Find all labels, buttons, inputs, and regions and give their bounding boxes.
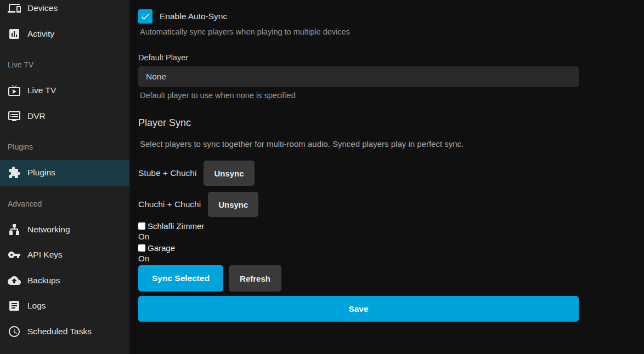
default-player-help: Default player to use when none is speci… <box>140 91 579 100</box>
enable-auto-sync-row: Enable Auto-Sync <box>138 9 579 24</box>
sidebar-item-plugins[interactable]: Plugins <box>0 160 129 186</box>
sidebar-item-label: Plugins <box>27 168 55 178</box>
settings-page: Enable Auto-Sync Automatically sync play… <box>129 0 644 354</box>
player-list: Schlafli ZimmerOnGarageOn <box>138 220 579 264</box>
sidebar-item-label: Logs <box>27 301 46 311</box>
sidebar-item-activity[interactable]: Activity <box>0 21 129 47</box>
player-label-row: Schlafli Zimmer <box>138 220 579 231</box>
save-button[interactable]: Save <box>138 296 579 322</box>
sync-selected-button[interactable]: Sync Selected <box>138 265 223 292</box>
networking-icon <box>8 223 21 236</box>
sidebar-item-label: DVR <box>27 111 46 121</box>
default-player-value: None <box>146 72 166 82</box>
key-icon <box>8 248 21 261</box>
unsync-button[interactable]: Unsync <box>208 192 258 217</box>
sync-group-name: Chuchi + Chuchi <box>138 199 201 209</box>
save-button-label: Save <box>348 304 368 314</box>
auto-sync-description: Automatically sync players when playing … <box>140 27 579 36</box>
activity-icon <box>8 27 21 41</box>
checkmark-icon <box>140 11 151 22</box>
sidebar-section-header-plugins: Plugins <box>0 129 129 160</box>
clock-icon <box>8 325 21 338</box>
player-row: Schlafli ZimmerOn <box>138 220 579 242</box>
player-status: On <box>138 253 579 264</box>
player-checkbox[interactable] <box>138 244 145 252</box>
sidebar-item-label: API Keys <box>27 250 63 260</box>
player-checkbox[interactable] <box>138 222 145 230</box>
player-name: Garage <box>148 243 175 253</box>
devices-icon <box>8 2 21 15</box>
sidebar-item-live-tv[interactable]: Live TV <box>0 78 129 104</box>
refresh-button[interactable]: Refresh <box>229 265 281 292</box>
player-sync-description: Select players to sync together for mult… <box>140 140 579 149</box>
enable-auto-sync-label: Enable Auto-Sync <box>160 12 227 21</box>
sidebar-section-header-live-tv: Live TV <box>0 47 129 78</box>
sidebar-item-backups[interactable]: Backups <box>0 268 129 294</box>
player-label-row: Garage <box>138 242 579 253</box>
sync-group-row: Stube + ChuchiUnsync <box>138 161 579 186</box>
sidebar-item-devices[interactable]: Devices <box>0 0 129 21</box>
synced-groups-list: Stube + ChuchiUnsyncChuchi + ChuchiUnsyn… <box>138 161 579 217</box>
sidebar-item-api-keys[interactable]: API Keys <box>0 242 129 268</box>
plugins-icon <box>8 166 21 179</box>
logs-icon <box>8 299 21 312</box>
unsync-button[interactable]: Unsync <box>204 161 254 186</box>
default-player-label: Default Player <box>138 53 579 62</box>
player-status: On <box>138 231 579 242</box>
sidebar-item-label: Networking <box>27 225 70 235</box>
enable-auto-sync-checkbox[interactable] <box>138 9 152 24</box>
player-sync-title: Player Sync <box>138 117 579 129</box>
sync-actions-row: Sync Selected Refresh <box>138 265 579 292</box>
sidebar-item-networking[interactable]: Networking <box>0 217 129 243</box>
backup-icon <box>8 274 21 287</box>
sidebar-item-dvr[interactable]: DVR <box>0 104 129 129</box>
sidebar-item-label: Scheduled Tasks <box>27 327 92 336</box>
sidebar-item-label: Live TV <box>27 85 56 95</box>
sidebar: DevicesActivityLive TVLive TVDVRPluginsP… <box>0 0 129 354</box>
sidebar-section-header-advanced: Advanced <box>0 186 129 217</box>
sidebar-item-label: Devices <box>27 3 58 13</box>
sidebar-item-logs[interactable]: Logs <box>0 293 129 319</box>
player-name: Schlafli Zimmer <box>148 221 204 231</box>
sidebar-item-label: Activity <box>27 29 54 39</box>
sidebar-item-label: Backups <box>27 276 60 286</box>
default-player-select[interactable]: None <box>138 66 579 87</box>
player-row: GarageOn <box>138 242 579 264</box>
sync-group-name: Stube + Chuchi <box>138 168 196 178</box>
sidebar-item-scheduled-tasks[interactable]: Scheduled Tasks <box>0 319 129 345</box>
dvr-icon <box>8 110 21 123</box>
sidebar-nav: DevicesActivityLive TVLive TVDVRPluginsP… <box>0 0 129 344</box>
sync-group-row: Chuchi + ChuchiUnsync <box>138 192 579 217</box>
live-tv-icon <box>8 84 21 97</box>
